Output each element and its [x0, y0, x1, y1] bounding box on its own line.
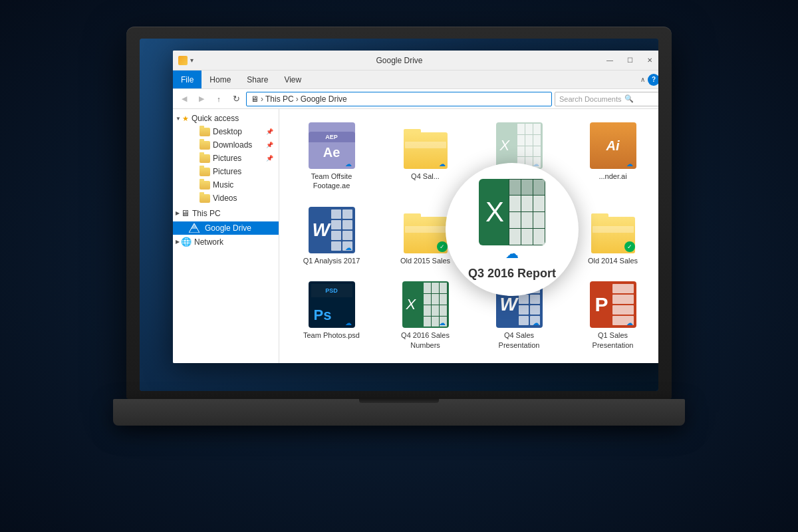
path-this-pc: This PC: [265, 94, 294, 104]
svg-marker-1: [191, 223, 198, 229]
ppt-wrapper: P ☁: [590, 281, 636, 328]
excel-q4-wrapper: X ☁: [402, 281, 449, 328]
title-bar-icons: ▾: [178, 56, 194, 65]
folder-icon-6: [200, 194, 210, 203]
folder-icon-4: [200, 168, 210, 176]
magnify-overlay: X ☁ Q3 2016 Report: [446, 163, 579, 296]
cloud-badge-word-q4: ☁: [531, 319, 541, 327]
magnified-excel-icon: X: [479, 179, 545, 245]
google-drive-label: Google Drive: [205, 223, 251, 233]
pin-icon-3: 📌: [266, 155, 273, 162]
quick-access-items: Desktop 📌 Downloads 📌: [173, 125, 279, 205]
ribbon-tab-home[interactable]: Home: [201, 70, 239, 88]
sidebar-item-music[interactable]: Music: [186, 178, 279, 192]
ae-icon-wrapper: AEP Ae ☁: [309, 122, 355, 169]
ribbon: File Home Share View ∧ ?: [173, 70, 658, 89]
folder-icon-3: [200, 154, 210, 163]
sidebar-item-pictures1[interactable]: Pictures 📌: [186, 152, 279, 165]
sidebar-item-pictures2[interactable]: Pictures: [186, 165, 279, 178]
pin-icon: 📌: [266, 128, 273, 135]
screen-bezel: ▾ Google Drive — ☐ ✕ File Home Share Vie…: [126, 27, 672, 399]
sidebar: ▼ ★ Quick access Desktop 📌: [173, 109, 279, 363]
ribbon-tab-share[interactable]: Share: [239, 70, 276, 88]
ps-wrapper: PSD Ps ☁: [309, 281, 355, 328]
search-icon: 🔍: [624, 94, 634, 103]
file-item-excel-q4[interactable]: X ☁ Q4 2016 Sale: [381, 276, 469, 355]
file-label-ai: ...nder.ai: [598, 172, 626, 181]
file-item-word-q1[interactable]: W ☁ Q1 Analysis: [287, 201, 376, 271]
sidebar-label-downloads: Downloads: [213, 140, 252, 150]
ribbon-tab-view[interactable]: View: [276, 70, 309, 88]
sidebar-item-google-drive[interactable]: Google Drive: [173, 221, 279, 235]
check-badge-old2015: ✓: [437, 241, 448, 252]
ppt-letter: P: [595, 293, 608, 316]
file-item-ps[interactable]: PSD Ps ☁ Team Photos.psd: [287, 276, 376, 355]
file-label-q4: Q4 Sal...: [411, 172, 440, 181]
ps-letters: Ps: [314, 307, 332, 324]
ae-letters: Ae: [323, 145, 340, 160]
file-label-excel-q4: Q4 2016 Sales Numbers: [396, 331, 456, 350]
minimize-button[interactable]: —: [600, 53, 620, 68]
this-pc-chevron: ▶: [176, 210, 180, 216]
folder-icon-2: [200, 141, 210, 150]
ribbon-tab-file[interactable]: File: [173, 70, 201, 88]
close-button[interactable]: ✕: [640, 53, 658, 68]
ai-icon-wrapper: Ai ☁: [590, 122, 636, 169]
this-pc-header[interactable]: ▶ 🖥 This PC: [173, 206, 279, 220]
file-label-ppt: Q1 Sales Presentation: [583, 331, 643, 350]
ribbon-expand-icon[interactable]: ∧: [640, 76, 645, 83]
search-placeholder: Search Documents: [559, 95, 622, 103]
word-w-q4: W: [500, 294, 517, 315]
maximize-button[interactable]: ☐: [620, 53, 640, 68]
word-w-letter: W: [313, 219, 330, 241]
this-pc-label: This PC: [192, 209, 221, 218]
window-controls: — ☐ ✕: [600, 53, 658, 68]
sidebar-item-videos[interactable]: Videos: [186, 192, 279, 205]
sidebar-label-desktop: Desktop: [213, 127, 242, 136]
old2015-wrapper: ✓: [402, 207, 449, 253]
sidebar-item-desktop[interactable]: Desktop 📌: [186, 125, 279, 138]
q4-folder-wrapper: ☁: [402, 122, 449, 169]
title-folder-icon: [178, 56, 188, 65]
window-title: Google Drive: [199, 56, 600, 65]
search-box[interactable]: Search Documents 🔍: [555, 92, 658, 106]
file-label-old2014: Old 2014 Sales: [588, 256, 638, 265]
main-content: ▼ ★ Quick access Desktop 📌: [173, 109, 658, 363]
magnified-file-label: Q3 2016 Report: [468, 267, 556, 281]
file-item-q4-folder[interactable]: ☁ Q4 Sal...: [381, 117, 469, 196]
file-item-ae[interactable]: AEP Ae ☁ Team Offsite Footage.ae: [287, 117, 376, 196]
laptop-container: ▾ Google Drive — ☐ ✕ File Home Share Vie…: [113, 27, 685, 505]
cloud-badge-ps: ☁: [343, 319, 354, 327]
laptop-hinge: [359, 399, 439, 403]
address-path[interactable]: 🖥 › This PC › Google Drive: [246, 92, 552, 106]
file-grid: AEP Ae ☁ Team Offsite Footage.ae: [279, 109, 658, 363]
pc-icon: 🖥: [181, 208, 190, 218]
network-icon: 🌐: [181, 237, 192, 247]
file-item-ppt[interactable]: P ☁ Q1 Sales Pre: [569, 276, 657, 355]
forward-button[interactable]: ▶: [194, 92, 209, 106]
path-google-drive: Google Drive: [301, 94, 347, 104]
sidebar-label-pictures2: Pictures: [213, 167, 241, 176]
file-label-word-q1: Q1 Analysis 2017: [303, 256, 360, 265]
quick-access-section: ▼ ★ Quick access Desktop 📌: [173, 112, 279, 205]
quick-access-label: Quick access: [192, 114, 239, 123]
cloud-badge-word-q1: ☁: [343, 244, 354, 252]
magnified-x: X: [485, 196, 504, 228]
up-button[interactable]: ↑: [211, 92, 226, 106]
this-pc-section: ▶ 🖥 This PC: [173, 206, 279, 220]
address-bar: ◀ ▶ ↑ ↻ 🖥 › This PC › Google Drive Searc…: [173, 89, 658, 109]
word-q1-wrapper: W ☁: [309, 207, 355, 253]
refresh-button[interactable]: ↻: [229, 92, 243, 106]
sidebar-item-downloads[interactable]: Downloads 📌: [186, 138, 279, 152]
cloud-badge-ae: ☁: [343, 160, 354, 168]
screen: ▾ Google Drive — ☐ ✕ File Home Share Vie…: [140, 39, 658, 391]
help-button[interactable]: ?: [648, 74, 658, 86]
cloud-badge-ai: ☁: [624, 160, 635, 168]
file-item-ai[interactable]: Ai ☁ ...nder.ai: [569, 117, 657, 196]
sidebar-label-pictures1: Pictures: [213, 154, 241, 163]
back-button[interactable]: ◀: [177, 92, 192, 106]
file-label-old2015: Old 2015 Sales: [400, 256, 450, 265]
quick-access-header[interactable]: ▼ ★ Quick access: [173, 112, 279, 125]
network-header[interactable]: ▶ 🌐 Network: [173, 235, 279, 249]
file-item-old2014[interactable]: ✓ Old 2014 Sales: [569, 201, 657, 271]
